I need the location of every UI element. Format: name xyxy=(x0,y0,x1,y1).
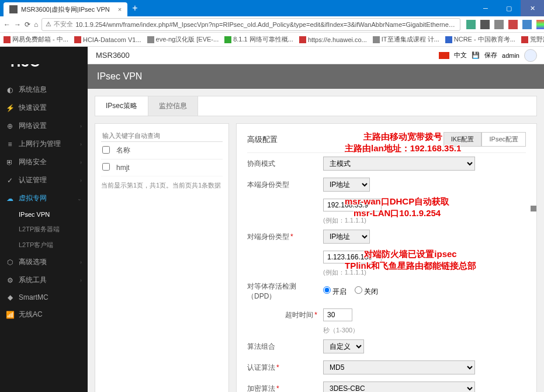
ext-icon-1[interactable] xyxy=(466,20,476,29)
security-warn-icon: ⚠ xyxy=(46,20,51,28)
window-controls: ─ ▢ ✕ xyxy=(474,0,544,16)
input-local-id[interactable] xyxy=(323,199,382,211)
ext-icon-2[interactable] xyxy=(480,20,490,29)
label-algo: 算法组合 xyxy=(247,342,323,352)
radio-dpd-on[interactable]: 开启 xyxy=(323,287,347,296)
list-footer: 当前显示第1页，共1页。当前页共1条数据 xyxy=(101,176,223,190)
select-mode[interactable]: 主模式 xyxy=(323,157,475,171)
sidebar-item-behavior[interactable]: ≡上网行为管理› xyxy=(0,135,88,153)
label-peer-id-type: 对端身份类型* xyxy=(247,232,323,242)
browser-tab-bar: MSR3600|虚拟专网|IPsec VPN × + ─ ▢ ✕ xyxy=(0,0,544,16)
search-input[interactable] xyxy=(101,130,223,142)
ext-icon-6[interactable] xyxy=(536,20,544,29)
bookmark-item[interactable]: 8.1.1 网络可靠性概... xyxy=(224,35,293,44)
avatar[interactable] xyxy=(524,49,537,62)
select-algo[interactable]: 自定义 xyxy=(323,339,364,353)
bookmark-item[interactable]: 网易免费邮箱 - 中... xyxy=(4,35,68,44)
select-all-checkbox[interactable] xyxy=(102,146,110,154)
bookmark-item[interactable]: IT至通集成课程 计... xyxy=(373,35,439,44)
label-auth: 认证算法* xyxy=(247,363,323,373)
bookmark-item[interactable]: https://e.huawei.co... xyxy=(299,36,367,43)
select-auth[interactable]: MD5 xyxy=(323,360,475,374)
extension-icons xyxy=(464,20,544,29)
ext-icon-4[interactable] xyxy=(508,20,518,29)
sidebar-item-vpn[interactable]: ☁虚拟专网⌄ xyxy=(0,189,88,207)
label-mode: 协商模式 xyxy=(247,159,323,169)
bookmark-item[interactable]: NCRE - 中国教育考... xyxy=(445,35,515,44)
select-local-id-type[interactable]: IP地址 xyxy=(323,178,370,192)
input-peer-id[interactable] xyxy=(323,251,382,263)
flash-icon: ⚡ xyxy=(6,104,14,112)
subtab-ike[interactable]: IKE配置 xyxy=(443,132,482,147)
chevron-right-icon: › xyxy=(80,178,82,183)
label-enc: 加密算法* xyxy=(247,384,323,393)
sidebar-sub-l2tp-client[interactable]: L2TP客户端 xyxy=(0,237,88,253)
save-label[interactable]: 保存 xyxy=(484,51,497,60)
page-title: IPsec VPN xyxy=(88,64,544,89)
home-button[interactable]: ⌂ xyxy=(34,19,38,30)
globe-icon: ⊕ xyxy=(6,122,14,130)
check-icon: ✓ xyxy=(6,176,14,185)
logo: H3C xyxy=(0,64,88,81)
sidebar-item-advanced[interactable]: ⬡高级选项› xyxy=(0,253,88,271)
chevron-down-icon: ⌄ xyxy=(77,196,82,202)
new-tab-button[interactable]: + xyxy=(132,3,137,13)
sidebar-item-security[interactable]: ⛨网络安全› xyxy=(0,153,88,171)
input-timeout[interactable] xyxy=(323,308,352,321)
sidebar-item-network[interactable]: ⊕网络设置› xyxy=(0,117,88,135)
label-dpd: 对等体存活检测（DPD） xyxy=(247,282,323,301)
wifi-icon: 📶 xyxy=(6,311,14,319)
chevron-right-icon: › xyxy=(80,277,82,283)
sidebar-item-tools[interactable]: ⚙系统工具› xyxy=(0,271,88,289)
diamond-icon: ◆ xyxy=(6,293,14,301)
hint-local-id: (例如：1.1.1.1) xyxy=(247,215,526,226)
sidebar-item-quicksetup[interactable]: ⚡快速设置 xyxy=(0,99,88,117)
row-name: hmjt xyxy=(116,164,130,172)
tab-ipsec-policy[interactable]: IPsec策略 xyxy=(95,96,148,116)
list-row[interactable]: hmjt xyxy=(101,159,223,176)
forward-button[interactable]: → xyxy=(14,19,21,30)
url-input[interactable]: ⚠ 不安全 10.1.9.254/wnm/frame/index.php#M_I… xyxy=(41,18,460,31)
sidebar-item-wireless[interactable]: 📶无线AC xyxy=(0,306,88,324)
select-enc[interactable]: 3DES-CBC xyxy=(323,381,475,392)
sidebar-item-auth[interactable]: ✓认证管理› xyxy=(0,171,88,189)
sidebar-sub-l2tp-server[interactable]: L2TP服务器端 xyxy=(0,221,88,237)
page-tabs: IPsec策略 监控信息 xyxy=(95,96,537,116)
tab-close-icon[interactable]: × xyxy=(118,6,122,13)
sidebar-item-smartmc[interactable]: ◆SmartMC xyxy=(0,289,88,306)
minimize-button[interactable]: ─ xyxy=(474,0,497,16)
close-button[interactable]: ✕ xyxy=(521,0,544,16)
shield-icon: ⛨ xyxy=(6,158,14,166)
language-label[interactable]: 中文 xyxy=(454,51,467,60)
dashboard-icon: ◐ xyxy=(6,86,14,94)
tab-monitor[interactable]: 监控信息 xyxy=(148,96,198,116)
label-timeout: 超时时间* xyxy=(247,310,323,320)
subtab-ipsec[interactable]: IPsec配置 xyxy=(481,132,526,147)
row-checkbox[interactable] xyxy=(102,163,110,171)
radio-dpd-off[interactable]: 关闭 xyxy=(355,287,378,296)
browser-tab[interactable]: MSR3600|虚拟专网|IPsec VPN × xyxy=(4,2,127,16)
gear-icon: ⚙ xyxy=(6,276,14,285)
config-panel: 高级配置 IKE配置 IPsec配置 协商模式 主模式 本端身份类型 IP地址 xyxy=(236,123,537,392)
ext-icon-5[interactable] xyxy=(522,20,532,29)
select-peer-id-type[interactable]: IP地址 xyxy=(323,230,370,244)
list-icon: ≡ xyxy=(6,140,14,148)
tab-title: MSR3600|虚拟专网|IPsec VPN xyxy=(21,5,110,14)
user-label[interactable]: admin xyxy=(502,52,519,59)
sidebar-sub-ipsec[interactable]: IPsec VPN xyxy=(0,207,88,221)
refresh-button[interactable]: ⟳ xyxy=(25,19,30,30)
back-button[interactable]: ← xyxy=(4,19,11,30)
cloud-icon: ☁ xyxy=(6,195,14,203)
save-icon[interactable]: 💾 xyxy=(472,51,480,59)
maximize-button[interactable]: ▢ xyxy=(497,0,521,16)
sidebar-item-sysinfo[interactable]: ◐系统信息 xyxy=(0,81,88,99)
bookmark-item[interactable]: HCIA-Datacom V1... xyxy=(74,36,141,43)
hint-peer-id: (例如：1.1.1.1) xyxy=(247,267,526,278)
bookmark-item[interactable]: eve-ng汉化版 [EVE-... xyxy=(147,35,219,44)
section-title: 高级配置 IKE配置 IPsec配置 xyxy=(247,132,526,153)
bookmark-item[interactable]: 荒野路由Pro 2 xyxy=(521,35,544,44)
ext-icon-3[interactable] xyxy=(494,20,504,29)
scroll-indicator xyxy=(531,206,536,211)
chevron-right-icon: › xyxy=(80,159,82,165)
page-icon xyxy=(9,5,18,13)
